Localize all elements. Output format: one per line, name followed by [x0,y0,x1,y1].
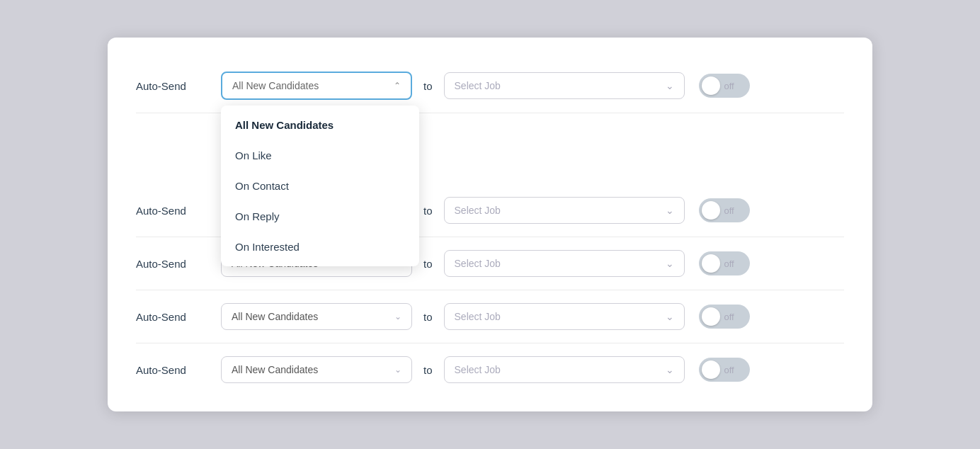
auto-send-label-5: Auto-Send [136,364,221,376]
toggle-label-3: off [724,258,734,269]
chevron-down-icon-2b: ⌄ [666,205,674,216]
toggle-circle-1 [702,76,720,95]
dropdown-item-on-interested[interactable]: On Interested [221,232,419,262]
candidate-select-5[interactable]: All New Candidates ⌄ [221,356,412,383]
auto-send-label-3: Auto-Send [136,258,221,270]
job-select-placeholder-3: Select Job [455,258,501,269]
toggle-label-4: off [724,312,734,322]
auto-send-label-2: Auto-Send [136,205,221,217]
job-select-3[interactable]: Select Job ⌄ [444,250,685,277]
toggle-5[interactable]: off [699,358,750,382]
toggle-4[interactable]: off [699,305,750,329]
toggle-label-2: off [724,205,734,216]
toggle-3[interactable]: off [699,251,750,275]
job-select-placeholder-2: Select Job [455,205,501,216]
to-label-4: to [423,311,433,323]
job-select-2[interactable]: Select Job ⌄ [444,197,685,224]
toggle-circle-2 [702,201,720,220]
toggle-circle-4 [702,307,720,326]
candidate-select-1[interactable]: All New Candidates ⌃ [221,72,412,100]
to-label-3: to [423,258,433,270]
candidate-select-value-1: All New Candidates [232,80,319,91]
auto-send-row-5: Auto-Send All New Candidates ⌄ to Select… [136,343,844,390]
chevron-down-icon-1: ⌄ [666,80,674,91]
auto-send-label-4: Auto-Send [136,311,221,323]
dropdown-item-on-contact[interactable]: On Contact [221,171,419,201]
job-select-placeholder-4: Select Job [455,311,501,322]
candidate-select-value-5: All New Candidates [232,364,318,375]
job-select-5[interactable]: Select Job ⌄ [444,356,685,383]
dropdown-item-all-new-candidates[interactable]: All New Candidates [221,110,419,140]
auto-send-row-4: Auto-Send All New Candidates ⌄ to Select… [136,290,844,343]
toggle-label-1: off [724,81,734,91]
settings-card: Auto-Send All New Candidates ⌃ to Select… [108,38,872,411]
toggle-1[interactable]: off [699,74,750,98]
job-select-1[interactable]: Select Job ⌄ [444,72,685,99]
toggle-circle-5 [702,360,720,379]
toggle-label-5: off [724,365,734,375]
auto-send-label-1: Auto-Send [136,80,221,92]
to-label-2: to [423,205,433,217]
job-select-4[interactable]: Select Job ⌄ [444,303,685,330]
to-label-5: to [423,364,433,376]
chevron-down-icon-5: ⌄ [394,365,401,375]
chevron-down-icon-5b: ⌄ [666,364,674,375]
job-select-placeholder-5: Select Job [455,364,501,375]
toggle-2[interactable]: off [699,198,750,222]
to-label-1: to [423,80,433,92]
candidate-select-4[interactable]: All New Candidates ⌄ [221,303,412,330]
chevron-down-icon-3b: ⌄ [666,258,674,269]
toggle-circle-3 [702,254,720,273]
chevron-down-icon-4b: ⌄ [666,311,674,322]
chevron-up-icon-1: ⌃ [394,81,401,91]
candidate-select-value-4: All New Candidates [232,311,318,322]
auto-send-row-1: Auto-Send All New Candidates ⌃ to Select… [136,59,844,113]
chevron-down-icon-4: ⌄ [394,312,401,322]
job-select-placeholder-1: Select Job [455,80,501,91]
candidate-dropdown: All New Candidates On Like On Contact On… [221,106,419,266]
dropdown-item-on-like[interactable]: On Like [221,140,419,171]
dropdown-item-on-reply[interactable]: On Reply [221,201,419,232]
